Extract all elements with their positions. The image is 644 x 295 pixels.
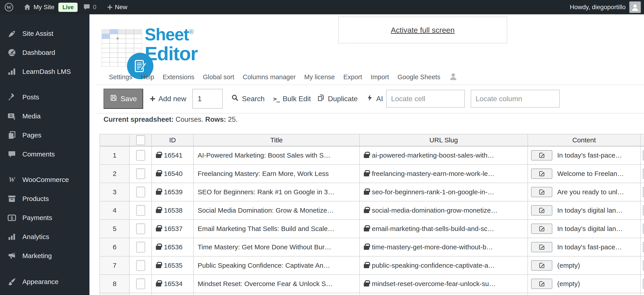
edit-content-button[interactable]	[531, 150, 552, 160]
user-icon[interactable]	[449, 72, 458, 82]
row-checkbox[interactable]	[136, 223, 145, 234]
admin-bar-site-name[interactable]: My Site	[34, 4, 54, 11]
menu-item-help[interactable]: Help	[141, 73, 154, 81]
edit-content-button[interactable]	[643, 279, 644, 289]
live-status-badge: Live	[58, 3, 78, 12]
pushpin-icon	[7, 92, 17, 102]
title-cell[interactable]: AI-Powered Marketing: Boost Sales with S…	[194, 146, 360, 165]
edit-content-button[interactable]	[531, 169, 552, 179]
content-cell[interactable]: In today's fast-pace…	[528, 238, 641, 256]
howdy-greeting[interactable]: Howdy, diegoportillo	[570, 4, 626, 11]
sidebar-item-dashboard[interactable]: Dashboard	[0, 43, 90, 62]
menu-item-my-license[interactable]: My license	[304, 73, 335, 81]
sidebar-item-comments[interactable]: Comments	[0, 145, 90, 164]
bulk-edit-button[interactable]: >_ Bulk Edit	[273, 95, 311, 103]
activate-fullscreen-link[interactable]: Activate full screen	[391, 26, 454, 35]
sidebar-item-posts[interactable]: Posts	[0, 88, 90, 107]
locate-column-input[interactable]	[471, 90, 560, 108]
comments-bubble-icon[interactable]	[83, 3, 90, 11]
title-cell[interactable]: SEO for Beginners: Rank #1 on Google in …	[194, 183, 360, 201]
spreadsheet-status: Current spreadsheet: Courses. Rows: 25.	[104, 116, 238, 124]
row-checkbox[interactable]	[136, 260, 145, 271]
row-number-cell: 6	[100, 238, 130, 256]
edit-content-button[interactable]	[643, 187, 644, 197]
sidebar-item-payments[interactable]: $ Payments	[0, 208, 90, 227]
edit-content-button[interactable]	[531, 260, 552, 270]
duplicate-button[interactable]: Duplicate	[317, 94, 358, 103]
column-header-slug[interactable]: URL Slug	[360, 134, 528, 146]
column-header-id[interactable]: ID	[152, 134, 194, 146]
id-cell: 16538	[152, 201, 194, 220]
sidebar-item-media[interactable]: Media	[0, 107, 90, 126]
title-cell[interactable]: Freelancing Mastery: Earn More, Work Les…	[194, 165, 360, 183]
slug-cell[interactable]: public-speaking-confidence-captivate-a…	[360, 256, 528, 275]
edit-content-button[interactable]	[643, 169, 644, 179]
row-select-cell	[130, 256, 152, 275]
edit-content-button[interactable]	[643, 150, 644, 160]
edit-content-button[interactable]	[643, 242, 644, 252]
select-all-checkbox[interactable]	[136, 135, 145, 145]
menu-item-extensions[interactable]: Extensions	[162, 73, 194, 81]
avatar[interactable]	[629, 1, 641, 13]
slug-cell[interactable]: mindset-reset-overcome-fear-unlock-su…	[360, 275, 528, 293]
edit-content-button[interactable]	[531, 187, 552, 197]
content-cell[interactable]: In today's digital lan…	[528, 201, 641, 220]
slug-cell[interactable]: time-mastery-get-more-done-without-b…	[360, 238, 528, 256]
slug-cell[interactable]: social-media-domination-grow-monetize…	[360, 201, 528, 220]
ai-button[interactable]: AI	[366, 94, 383, 103]
menu-item-settings[interactable]: Settings	[109, 73, 132, 81]
row-checkbox[interactable]	[136, 205, 145, 216]
sidebar-item-marketing[interactable]: Marketing	[0, 246, 90, 265]
add-new-count-input[interactable]	[192, 89, 223, 109]
title-cell[interactable]: Mindset Reset: Overcome Fear & Unlock S…	[194, 275, 360, 293]
admin-bar-new-button[interactable]: New	[115, 4, 128, 11]
sidebar-item-site-assist[interactable]: Site Assist	[0, 24, 90, 43]
menu-item-import[interactable]: Import	[370, 73, 389, 81]
content-cell[interactable]: Welcome to Freelan…	[528, 165, 641, 183]
menu-item-google-sheets[interactable]: Google Sheets	[398, 73, 440, 81]
content-cell[interactable]: (empty)	[528, 256, 641, 275]
sidebar-item-analytics[interactable]: Analytics	[0, 227, 90, 246]
title-cell[interactable]: Time Mastery: Get More Done Without Bur…	[194, 238, 360, 256]
edit-content-button[interactable]	[643, 224, 644, 234]
sheet-editor-main: Sheet® Editor Activate full screen Setti…	[90, 14, 644, 295]
row-checkbox[interactable]	[136, 242, 145, 252]
content-cell[interactable]: In today’s fast-pace…	[528, 146, 641, 165]
id-cell: 16541	[152, 146, 194, 165]
row-checkbox[interactable]	[136, 168, 145, 179]
slug-cell[interactable]: seo-for-beginners-rank-1-on-google-in-…	[360, 183, 528, 201]
search-button[interactable]: Search	[231, 94, 264, 103]
sidebar-item-learndash[interactable]: LearnDash LMS	[0, 62, 90, 81]
sidebar-item-appearance[interactable]: Appearance	[0, 272, 90, 291]
content-cell[interactable]: In today’s digital lan…	[528, 220, 641, 238]
sidebar-item-woocommerce[interactable]: W WooCommerce	[0, 170, 90, 189]
save-button[interactable]: Save	[104, 89, 143, 109]
edit-content-button[interactable]	[531, 279, 552, 289]
add-new-button[interactable]: + Add new	[150, 95, 186, 103]
slug-cell[interactable]: ai-powered-marketing-boost-sales-with…	[360, 146, 528, 165]
menu-item-export[interactable]: Export	[344, 73, 362, 81]
sidebar-item-pages[interactable]: Pages	[0, 126, 90, 145]
row-checkbox[interactable]	[136, 187, 145, 197]
menu-item-columns-manager[interactable]: Columns manager	[243, 73, 296, 81]
sidebar-item-products[interactable]: Products	[0, 189, 90, 208]
edit-content-button[interactable]	[531, 224, 552, 234]
wordpress-logo-icon[interactable]: W	[4, 2, 14, 12]
content-cell[interactable]: Are you ready to unl…	[528, 183, 641, 201]
content-cell[interactable]: (empty)	[528, 275, 641, 293]
slug-cell[interactable]: email-marketing-that-sells-build-and-sc…	[360, 220, 528, 238]
edit-content-button[interactable]	[643, 205, 644, 215]
locate-cell-input[interactable]	[386, 90, 465, 108]
row-checkbox[interactable]	[136, 278, 145, 289]
column-header-title[interactable]: Title	[194, 134, 360, 146]
title-cell[interactable]: Email Marketing That Sells: Build and Sc…	[194, 220, 360, 238]
edit-content-button[interactable]	[531, 205, 552, 215]
title-cell[interactable]: Social Media Domination: Grow & Monetize…	[194, 201, 360, 220]
column-header-content[interactable]: Content	[528, 134, 641, 146]
slug-cell[interactable]: freelancing-mastery-earn-more-work-le…	[360, 165, 528, 183]
row-checkbox[interactable]	[136, 150, 145, 161]
edit-content-button[interactable]	[643, 260, 644, 270]
edit-content-button[interactable]	[531, 242, 552, 252]
menu-item-global-sort[interactable]: Global sort	[203, 73, 234, 81]
title-cell[interactable]: Public Speaking Confidence: Captivate An…	[194, 256, 360, 275]
